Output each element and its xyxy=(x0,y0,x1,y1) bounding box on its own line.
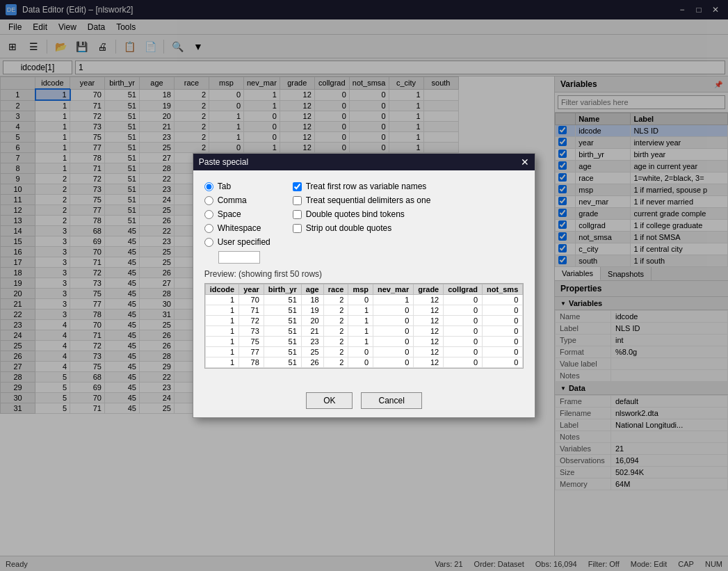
preview-cell: 77 xyxy=(239,347,264,357)
preview-cell: 0 xyxy=(444,357,483,368)
preview-cell: 2 xyxy=(323,316,348,326)
modal-overlay: Paste special ✕ Tab Comma Spa xyxy=(0,0,728,571)
preview-cell: 1 xyxy=(205,295,238,305)
preview-cell: 26 xyxy=(301,357,323,368)
preview-col-header: race xyxy=(323,284,348,295)
preview-cell: 0 xyxy=(483,357,523,368)
radio-space-input[interactable] xyxy=(204,210,213,219)
user-specified-input[interactable] xyxy=(218,251,260,264)
checkbox-strip-quotes[interactable]: Strip out double quotes xyxy=(293,223,431,233)
checkbox-sq-label[interactable]: Strip out double quotes xyxy=(306,223,391,233)
radio-comma-input[interactable] xyxy=(204,196,213,205)
modal-title: Paste special xyxy=(199,157,248,167)
preview-cell: 1 xyxy=(348,305,373,316)
checkbox-sequential-label[interactable]: Treat sequential delimiters as one xyxy=(306,195,431,205)
preview-table-container[interactable]: idcodeyearbirth_yrageracemspnev_margrade… xyxy=(204,283,524,369)
radio-comma[interactable]: Comma xyxy=(204,195,270,205)
preview-cell: 19 xyxy=(301,305,323,316)
preview-cell: 0 xyxy=(348,357,373,368)
preview-cell: 23 xyxy=(301,337,323,347)
preview-cell: 1 xyxy=(205,337,238,347)
list-item[interactable]: 17551232101200 xyxy=(205,337,523,347)
preview-cell: 0 xyxy=(483,337,523,347)
preview-cell: 12 xyxy=(414,347,444,357)
radio-tab-input[interactable] xyxy=(204,182,213,191)
list-item[interactable]: 17251202101200 xyxy=(205,316,523,326)
radio-user-specified[interactable]: User specified xyxy=(204,237,270,247)
preview-cell: 0 xyxy=(348,347,373,357)
preview-cell: 12 xyxy=(414,326,444,337)
cancel-button[interactable]: Cancel xyxy=(361,392,421,409)
ok-button[interactable]: OK xyxy=(306,392,353,409)
preview-cell: 1 xyxy=(348,337,373,347)
radio-whitespace-input[interactable] xyxy=(204,224,213,233)
preview-cell: 25 xyxy=(301,347,323,357)
preview-cell: 0 xyxy=(373,305,414,316)
modal-close-button[interactable]: ✕ xyxy=(521,156,529,168)
preview-cell: 72 xyxy=(239,316,264,326)
preview-cell: 0 xyxy=(373,357,414,368)
preview-cell: 2 xyxy=(323,295,348,305)
preview-col-header: year xyxy=(239,284,264,295)
radio-tab-label[interactable]: Tab xyxy=(218,182,231,191)
radio-space[interactable]: Space xyxy=(204,209,270,219)
preview-col-header: not_sms xyxy=(483,284,523,295)
preview-cell: 12 xyxy=(414,337,444,347)
list-item[interactable]: 17351212101200 xyxy=(205,326,523,337)
checkbox-first-row-label[interactable]: Treat first row as variable names xyxy=(306,182,427,191)
modal-footer: OK Cancel xyxy=(193,387,535,417)
checkbox-double-quotes-bind[interactable]: Double quotes bind tokens xyxy=(293,209,431,219)
preview-cell: 1 xyxy=(205,316,238,326)
list-item[interactable]: 17051182011200 xyxy=(205,295,523,305)
preview-cell: 78 xyxy=(239,357,264,368)
radio-whitespace[interactable]: Whitespace xyxy=(204,223,270,233)
radio-comma-label[interactable]: Comma xyxy=(218,195,247,205)
preview-cell: 70 xyxy=(239,295,264,305)
preview-cell: 0 xyxy=(483,326,523,337)
list-item[interactable]: 17851262001200 xyxy=(205,357,523,368)
checkbox-dqb-input[interactable] xyxy=(293,210,302,219)
radio-space-label[interactable]: Space xyxy=(218,209,241,219)
preview-cell: 0 xyxy=(444,316,483,326)
checkbox-sq-input[interactable] xyxy=(293,224,302,233)
preview-cell: 0 xyxy=(444,337,483,347)
modal-body: Tab Comma Space Whitespace xyxy=(193,170,535,387)
preview-cell: 0 xyxy=(483,305,523,316)
preview-cell: 0 xyxy=(483,316,523,326)
preview-cell: 0 xyxy=(483,295,523,305)
preview-cell: 1 xyxy=(205,326,238,337)
modal-options-row: Tab Comma Space Whitespace xyxy=(204,182,524,264)
preview-cell: 51 xyxy=(264,326,301,337)
preview-cell: 1 xyxy=(348,326,373,337)
preview-cell: 0 xyxy=(373,316,414,326)
preview-col-header: age xyxy=(301,284,323,295)
list-item[interactable]: 17751252001200 xyxy=(205,347,523,357)
preview-col-header: grade xyxy=(414,284,444,295)
preview-cell: 1 xyxy=(373,295,414,305)
radio-user-label[interactable]: User specified xyxy=(218,237,270,247)
checkbox-first-row-input[interactable] xyxy=(293,182,302,191)
preview-cell: 1 xyxy=(205,305,238,316)
checkbox-dqb-label[interactable]: Double quotes bind tokens xyxy=(306,209,405,219)
preview-cell: 51 xyxy=(264,316,301,326)
preview-col-header: msp xyxy=(348,284,373,295)
list-item[interactable]: 17151192101200 xyxy=(205,305,523,316)
radio-user-input[interactable] xyxy=(204,238,213,247)
checkbox-first-row[interactable]: Treat first row as variable names xyxy=(293,182,431,191)
preview-cell: 0 xyxy=(444,295,483,305)
preview-cell: 51 xyxy=(264,337,301,347)
preview-cell: 75 xyxy=(239,337,264,347)
preview-col-header: birth_yr xyxy=(264,284,301,295)
preview-table: idcodeyearbirth_yrageracemspnev_margrade… xyxy=(205,284,524,368)
preview-cell: 2 xyxy=(323,326,348,337)
preview-col-header: nev_mar xyxy=(373,284,414,295)
preview-cell: 2 xyxy=(323,337,348,347)
preview-cell: 12 xyxy=(414,357,444,368)
checkbox-sequential-input[interactable] xyxy=(293,196,302,205)
preview-col-header: collgrad xyxy=(444,284,483,295)
checkbox-sequential[interactable]: Treat sequential delimiters as one xyxy=(293,195,431,205)
radio-whitespace-label[interactable]: Whitespace xyxy=(218,223,261,233)
preview-cell: 12 xyxy=(414,295,444,305)
radio-tab[interactable]: Tab xyxy=(204,182,270,191)
options-group: Treat first row as variable names Treat … xyxy=(293,182,431,264)
